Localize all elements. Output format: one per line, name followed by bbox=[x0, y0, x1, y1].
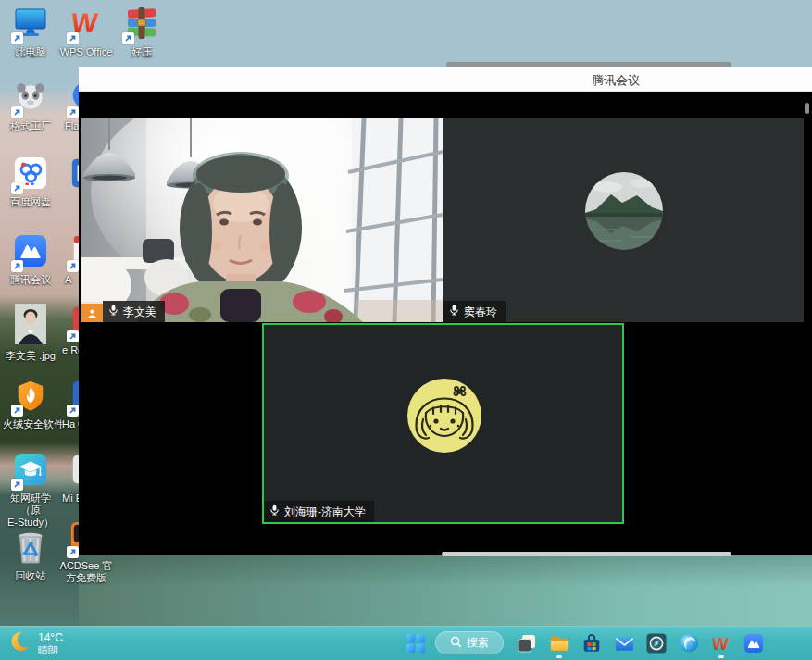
host-badge-icon bbox=[81, 304, 103, 322]
desktop-icon-photo-jpg[interactable]: 李文美 .jpg bbox=[3, 305, 58, 362]
desktop-icon-tencent-meeting[interactable]: 腾讯会议 bbox=[3, 235, 58, 286]
desktop-icon-label: 好压 bbox=[114, 46, 169, 58]
window-title: 腾讯会议 bbox=[560, 72, 671, 89]
video-tile-liuhaishan[interactable]: 刘海珊-济南大学 bbox=[262, 323, 624, 524]
shortcut-arrow-icon bbox=[11, 405, 23, 417]
video-tile-liwenmei[interactable]: 李文美 bbox=[81, 118, 443, 322]
microsoft-store-button[interactable] bbox=[580, 631, 604, 655]
desktop-icon-wps-office[interactable]: W WPS Office bbox=[58, 7, 114, 58]
photo-thumbnail bbox=[15, 304, 46, 348]
search-label: 搜索 bbox=[467, 635, 489, 651]
desktop-icon-haozip[interactable]: 好压 bbox=[114, 7, 169, 58]
desktop-icon-label: 格式工厂 bbox=[3, 120, 58, 132]
desktop-screen: 此电脑 格式工厂 百度网盘 腾讯会议 bbox=[0, 0, 812, 660]
running-indicator bbox=[556, 655, 562, 658]
task-view-button[interactable] bbox=[515, 631, 539, 655]
desktop-icon-baidu-netdisk[interactable]: 百度网盘 bbox=[3, 157, 58, 208]
search-icon bbox=[450, 636, 462, 651]
participant-name: 窦春玲 bbox=[464, 305, 497, 318]
desktop-icon-recycle-bin[interactable]: 回收站 bbox=[3, 531, 58, 582]
background-window-bottom-edge bbox=[442, 552, 731, 556]
lake-avatar bbox=[585, 172, 663, 250]
taskbar-search[interactable]: 搜索 bbox=[435, 631, 504, 654]
window-titlebar[interactable]: 腾讯会议 bbox=[79, 67, 812, 92]
video-tile-douchunling[interactable]: 窦春玲 bbox=[443, 118, 804, 322]
desktop-icon-this-pc[interactable]: 此电脑 bbox=[3, 7, 58, 58]
participant-name-chip: 李文美 bbox=[103, 301, 165, 322]
wps-office-taskbar-button[interactable]: W bbox=[709, 631, 733, 655]
shortcut-arrow-icon bbox=[67, 260, 79, 272]
shortcut-arrow-icon bbox=[67, 330, 79, 342]
shortcut-arrow-icon bbox=[67, 32, 79, 44]
desktop-icon-label: 知网研学（原E-Study） bbox=[3, 492, 58, 529]
file-explorer-button[interactable] bbox=[547, 631, 571, 655]
participant-name: 李文美 bbox=[123, 305, 156, 318]
mail-button[interactable] bbox=[612, 631, 636, 655]
shortcut-arrow-icon bbox=[11, 479, 23, 491]
shortcut-arrow-icon bbox=[11, 260, 23, 272]
shortcut-arrow-icon bbox=[11, 32, 23, 44]
weather-condition: 晴朗 bbox=[38, 644, 63, 656]
tencent-meeting-window: 腾讯会议 bbox=[79, 67, 812, 555]
desktop-icon-label: ACDSee 官方免费版 bbox=[58, 560, 114, 584]
shortcut-arrow-icon bbox=[67, 106, 79, 118]
recycle-bin-icon bbox=[15, 529, 46, 568]
desktop-icon-label: 李文美 .jpg bbox=[3, 350, 58, 362]
meeting-toolbar-strip bbox=[79, 92, 812, 118]
desktop-icon-label: 火绒安全软件 bbox=[3, 418, 58, 430]
taskbar: 14°C 晴朗 搜索 bbox=[0, 626, 812, 660]
start-button[interactable] bbox=[404, 631, 428, 655]
cartoon-girl-avatar bbox=[407, 379, 481, 453]
svg-text:W: W bbox=[711, 634, 730, 654]
moon-icon bbox=[7, 629, 31, 657]
shortcut-arrow-icon bbox=[67, 546, 79, 558]
desktop-icon-format-factory[interactable]: 格式工厂 bbox=[3, 81, 58, 132]
tencent-meeting-taskbar-button[interactable] bbox=[742, 631, 766, 655]
participant-name-chip: 刘海珊-济南大学 bbox=[264, 501, 374, 522]
desktop-icon-label: 百度网盘 bbox=[3, 196, 58, 208]
desktop-icon-label: WPS Office bbox=[58, 46, 114, 58]
mic-on-icon bbox=[269, 504, 280, 519]
desktop-icon-label: 回收站 bbox=[3, 570, 58, 582]
participant-name: 刘海珊-济南大学 bbox=[284, 505, 366, 518]
running-indicator bbox=[718, 655, 724, 658]
desktop-icon-label: 此电脑 bbox=[3, 46, 58, 58]
desktop-icon-huorong[interactable]: 火绒安全软件 bbox=[3, 380, 58, 430]
shortcut-arrow-icon bbox=[122, 32, 134, 44]
shortcut-arrow-icon bbox=[11, 182, 23, 194]
compass-clock-app-button[interactable] bbox=[644, 631, 668, 655]
participant-name-chip: 窦春玲 bbox=[443, 301, 506, 322]
desktop-icon-cnki-estudy[interactable]: 知网研学（原E-Study） bbox=[3, 454, 58, 529]
weather-widget[interactable]: 14°C 晴朗 bbox=[7, 629, 63, 657]
edge-browser-button[interactable] bbox=[677, 631, 701, 655]
weather-temp: 14°C bbox=[38, 631, 63, 644]
mic-on-icon bbox=[449, 304, 459, 319]
scrollbar-thumb[interactable] bbox=[805, 103, 809, 114]
mic-on-icon bbox=[108, 304, 119, 319]
webcam-video bbox=[81, 118, 443, 322]
desktop-icon-label: 腾讯会议 bbox=[3, 274, 58, 286]
shortcut-arrow-icon bbox=[11, 106, 23, 118]
wallpaper-water bbox=[79, 555, 812, 626]
shortcut-arrow-icon bbox=[67, 405, 79, 417]
